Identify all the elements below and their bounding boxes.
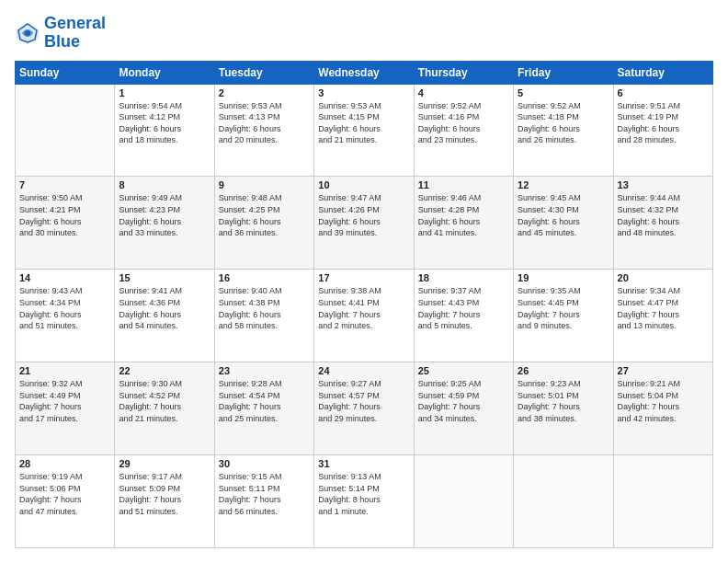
calendar-cell: 29Sunrise: 9:17 AM Sunset: 5:09 PM Dayli…	[115, 455, 214, 548]
day-number: 22	[119, 365, 210, 376]
weekday-header-friday: Friday	[514, 61, 613, 84]
cell-info: Sunrise: 9:37 AM Sunset: 4:43 PM Dayligh…	[418, 285, 509, 331]
day-number: 20	[618, 272, 709, 283]
calendar-cell: 6Sunrise: 9:51 AM Sunset: 4:19 PM Daylig…	[613, 84, 712, 177]
day-number: 7	[19, 179, 110, 190]
calendar-cell	[16, 84, 115, 177]
cell-info: Sunrise: 9:17 AM Sunset: 5:09 PM Dayligh…	[119, 471, 210, 517]
weekday-header-monday: Monday	[115, 61, 214, 84]
cell-info: Sunrise: 9:48 AM Sunset: 4:25 PM Dayligh…	[219, 192, 310, 238]
calendar-table: SundayMondayTuesdayWednesdayThursdayFrid…	[15, 61, 713, 548]
calendar-cell: 27Sunrise: 9:21 AM Sunset: 5:04 PM Dayli…	[613, 362, 712, 455]
day-number: 12	[518, 179, 609, 190]
cell-info: Sunrise: 9:52 AM Sunset: 4:18 PM Dayligh…	[518, 100, 609, 146]
cell-info: Sunrise: 9:13 AM Sunset: 5:14 PM Dayligh…	[318, 471, 409, 517]
day-number: 10	[318, 179, 409, 190]
cell-info: Sunrise: 9:23 AM Sunset: 5:01 PM Dayligh…	[518, 378, 609, 424]
cell-info: Sunrise: 9:27 AM Sunset: 4:57 PM Dayligh…	[318, 378, 409, 424]
cell-info: Sunrise: 9:41 AM Sunset: 4:36 PM Dayligh…	[119, 285, 210, 331]
cell-info: Sunrise: 9:53 AM Sunset: 4:13 PM Dayligh…	[219, 100, 310, 146]
calendar-cell	[613, 455, 712, 548]
day-number: 11	[418, 179, 509, 190]
calendar-cell: 25Sunrise: 9:25 AM Sunset: 4:59 PM Dayli…	[414, 362, 513, 455]
calendar-cell: 4Sunrise: 9:52 AM Sunset: 4:16 PM Daylig…	[414, 84, 513, 177]
cell-info: Sunrise: 9:21 AM Sunset: 5:04 PM Dayligh…	[618, 378, 709, 424]
cell-info: Sunrise: 9:15 AM Sunset: 5:11 PM Dayligh…	[219, 471, 310, 517]
day-number: 17	[318, 272, 409, 283]
cell-info: Sunrise: 9:47 AM Sunset: 4:26 PM Dayligh…	[318, 192, 409, 238]
cell-info: Sunrise: 9:45 AM Sunset: 4:30 PM Dayligh…	[518, 192, 609, 238]
day-number: 1	[119, 87, 210, 98]
calendar-cell: 13Sunrise: 9:44 AM Sunset: 4:32 PM Dayli…	[613, 177, 712, 270]
week-row-1: 7Sunrise: 9:50 AM Sunset: 4:21 PM Daylig…	[16, 177, 713, 270]
calendar-cell: 5Sunrise: 9:52 AM Sunset: 4:18 PM Daylig…	[514, 84, 613, 177]
day-number: 31	[318, 458, 409, 469]
calendar-cell: 21Sunrise: 9:32 AM Sunset: 4:49 PM Dayli…	[16, 362, 115, 455]
cell-info: Sunrise: 9:52 AM Sunset: 4:16 PM Dayligh…	[418, 100, 509, 146]
calendar-cell: 17Sunrise: 9:38 AM Sunset: 4:41 PM Dayli…	[314, 270, 414, 362]
day-number: 6	[618, 87, 709, 98]
day-number: 19	[518, 272, 609, 283]
day-number: 9	[219, 179, 310, 190]
calendar-cell: 12Sunrise: 9:45 AM Sunset: 4:30 PM Dayli…	[514, 177, 613, 270]
cell-info: Sunrise: 9:25 AM Sunset: 4:59 PM Dayligh…	[418, 378, 509, 424]
calendar-cell: 15Sunrise: 9:41 AM Sunset: 4:36 PM Dayli…	[115, 270, 214, 362]
day-number: 26	[518, 365, 609, 376]
cell-info: Sunrise: 9:44 AM Sunset: 4:32 PM Dayligh…	[618, 192, 709, 238]
cell-info: Sunrise: 9:30 AM Sunset: 4:52 PM Dayligh…	[119, 378, 210, 424]
calendar-cell: 2Sunrise: 9:53 AM Sunset: 4:13 PM Daylig…	[214, 84, 313, 177]
calendar-cell	[414, 455, 513, 548]
calendar-cell: 11Sunrise: 9:46 AM Sunset: 4:28 PM Dayli…	[414, 177, 513, 270]
calendar-cell: 28Sunrise: 9:19 AM Sunset: 5:06 PM Dayli…	[16, 455, 115, 548]
calendar-cell: 9Sunrise: 9:48 AM Sunset: 4:25 PM Daylig…	[214, 177, 313, 270]
cell-info: Sunrise: 9:34 AM Sunset: 4:47 PM Dayligh…	[618, 285, 709, 331]
logo-icon	[15, 20, 40, 46]
calendar-cell: 20Sunrise: 9:34 AM Sunset: 4:47 PM Dayli…	[613, 270, 712, 362]
page: General Blue SundayMondayTuesdayWednesda…	[0, 0, 728, 563]
day-number: 15	[119, 272, 210, 283]
cell-info: Sunrise: 9:49 AM Sunset: 4:23 PM Dayligh…	[119, 192, 210, 238]
logo-text: General Blue	[44, 15, 106, 52]
day-number: 13	[618, 179, 709, 190]
day-number: 23	[219, 365, 310, 376]
day-number: 3	[318, 87, 409, 98]
calendar-cell: 8Sunrise: 9:49 AM Sunset: 4:23 PM Daylig…	[115, 177, 214, 270]
cell-info: Sunrise: 9:38 AM Sunset: 4:41 PM Dayligh…	[318, 285, 409, 331]
week-row-0: 1Sunrise: 9:54 AM Sunset: 4:12 PM Daylig…	[16, 84, 713, 177]
svg-point-2	[25, 30, 30, 36]
day-number: 21	[19, 365, 110, 376]
day-number: 28	[19, 458, 110, 469]
weekday-header-sunday: Sunday	[16, 61, 115, 84]
cell-info: Sunrise: 9:32 AM Sunset: 4:49 PM Dayligh…	[19, 378, 110, 424]
logo: General Blue	[15, 15, 106, 52]
calendar-cell: 22Sunrise: 9:30 AM Sunset: 4:52 PM Dayli…	[115, 362, 214, 455]
weekday-header-wednesday: Wednesday	[314, 61, 414, 84]
cell-info: Sunrise: 9:50 AM Sunset: 4:21 PM Dayligh…	[19, 192, 110, 238]
cell-info: Sunrise: 9:46 AM Sunset: 4:28 PM Dayligh…	[418, 192, 509, 238]
week-row-3: 21Sunrise: 9:32 AM Sunset: 4:49 PM Dayli…	[16, 362, 713, 455]
calendar-cell: 14Sunrise: 9:43 AM Sunset: 4:34 PM Dayli…	[16, 270, 115, 362]
day-number: 25	[418, 365, 509, 376]
calendar-cell: 30Sunrise: 9:15 AM Sunset: 5:11 PM Dayli…	[214, 455, 313, 548]
day-number: 24	[318, 365, 409, 376]
day-number: 14	[19, 272, 110, 283]
calendar-cell: 19Sunrise: 9:35 AM Sunset: 4:45 PM Dayli…	[514, 270, 613, 362]
calendar-cell: 3Sunrise: 9:53 AM Sunset: 4:15 PM Daylig…	[314, 84, 414, 177]
calendar-cell: 23Sunrise: 9:28 AM Sunset: 4:54 PM Dayli…	[214, 362, 313, 455]
day-number: 30	[219, 458, 310, 469]
day-number: 2	[219, 87, 310, 98]
calendar-cell	[514, 455, 613, 548]
header: General Blue	[15, 15, 713, 52]
day-number: 16	[219, 272, 310, 283]
calendar-cell: 24Sunrise: 9:27 AM Sunset: 4:57 PM Dayli…	[314, 362, 414, 455]
cell-info: Sunrise: 9:51 AM Sunset: 4:19 PM Dayligh…	[618, 100, 709, 146]
calendar-cell: 10Sunrise: 9:47 AM Sunset: 4:26 PM Dayli…	[314, 177, 414, 270]
weekday-header-tuesday: Tuesday	[214, 61, 313, 84]
calendar-cell: 1Sunrise: 9:54 AM Sunset: 4:12 PM Daylig…	[115, 84, 214, 177]
cell-info: Sunrise: 9:19 AM Sunset: 5:06 PM Dayligh…	[19, 471, 110, 517]
weekday-header-thursday: Thursday	[414, 61, 513, 84]
cell-info: Sunrise: 9:54 AM Sunset: 4:12 PM Dayligh…	[119, 100, 210, 146]
weekday-header-saturday: Saturday	[613, 61, 712, 84]
day-number: 4	[418, 87, 509, 98]
day-number: 8	[119, 179, 210, 190]
